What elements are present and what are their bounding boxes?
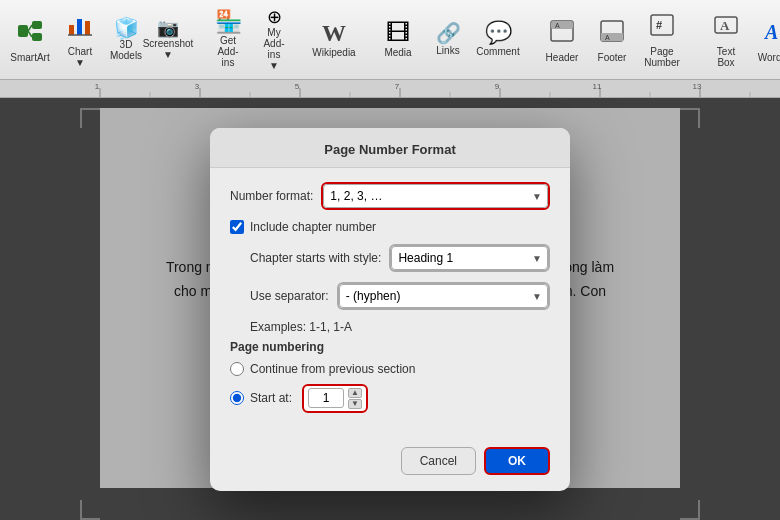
chart-icon bbox=[66, 11, 94, 44]
separator-row: Use separator: - (hyphen) . (period) : (… bbox=[230, 282, 550, 310]
ok-button[interactable]: OK bbox=[484, 447, 550, 475]
startat-decrement[interactable]: ▼ bbox=[348, 399, 362, 409]
links-label: Links bbox=[436, 45, 459, 56]
getaddins-label: Get Add-ins bbox=[214, 35, 242, 68]
svg-rect-1 bbox=[32, 21, 42, 29]
svg-rect-6 bbox=[77, 19, 82, 35]
footer-icon: A bbox=[598, 17, 626, 50]
wikipedia-icon: W bbox=[322, 21, 346, 45]
number-format-label: Number format: bbox=[230, 189, 313, 203]
chart-button[interactable]: Chart ▼ bbox=[58, 7, 102, 72]
links-button[interactable]: 🔗 Links bbox=[426, 19, 470, 60]
startat-radio[interactable] bbox=[230, 391, 244, 405]
startat-label: Start at: bbox=[250, 391, 292, 405]
page-numbering-section: Page numbering Continue from previous se… bbox=[230, 340, 550, 413]
header-label: Header bbox=[546, 52, 579, 63]
page-numbering-title: Page numbering bbox=[230, 340, 550, 354]
comment-label: Comment bbox=[476, 46, 519, 57]
svg-text:A: A bbox=[605, 34, 610, 41]
screenshot-label: Screenshot ▼ bbox=[143, 38, 194, 60]
modal-backdrop: Page Number Format Number format: 1, 2, … bbox=[0, 98, 780, 520]
comment-icon: 💬 bbox=[485, 22, 512, 44]
3d-icon: 🧊 bbox=[114, 18, 139, 38]
myaddins-label: My Add-ins ▼ bbox=[262, 27, 286, 71]
getaddins-icon: 🏪 bbox=[215, 11, 242, 33]
screenshot-button[interactable]: 📷 Screenshot ▼ bbox=[150, 16, 186, 63]
svg-text:A: A bbox=[720, 18, 730, 33]
svg-line-4 bbox=[28, 31, 32, 37]
number-format-select-wrapper: 1, 2, 3, … A, B, C, … a, b, c, … I, II, … bbox=[321, 182, 550, 210]
smartart-icon bbox=[16, 17, 44, 50]
footer-label: Footer bbox=[598, 52, 627, 63]
wordart-icon: A bbox=[762, 17, 780, 50]
chapter-style-row: Chapter starts with style: Heading 1 Hea… bbox=[230, 244, 550, 272]
smartart-label: SmartArt bbox=[10, 52, 49, 63]
startat-input-wrapper: ▲ ▼ bbox=[302, 384, 368, 413]
chapter-style-select[interactable]: Heading 1 Heading 2 Heading 3 bbox=[391, 246, 548, 270]
wordart-button[interactable]: A WordArt bbox=[754, 13, 780, 67]
include-chapter-label: Include chapter number bbox=[250, 220, 376, 234]
startat-radio-row: Start at: ▲ ▼ bbox=[230, 384, 550, 413]
separator-select[interactable]: - (hyphen) . (period) : (colon) bbox=[339, 284, 548, 308]
continue-label: Continue from previous section bbox=[250, 362, 415, 376]
svg-text:A: A bbox=[555, 22, 560, 29]
svg-text:9: 9 bbox=[495, 82, 500, 91]
smartart-button[interactable]: SmartArt bbox=[8, 13, 52, 67]
wikipedia-label: Wikipedia bbox=[312, 47, 355, 58]
svg-text:1: 1 bbox=[95, 82, 100, 91]
svg-text:A: A bbox=[763, 21, 778, 43]
screenshot-icon: 📷 bbox=[157, 19, 179, 37]
pagenumber-button[interactable]: # PageNumber bbox=[640, 7, 684, 72]
header-icon: A bbox=[548, 17, 576, 50]
dialog-footer: Cancel OK bbox=[210, 437, 570, 491]
separator-select-wrapper: - (hyphen) . (period) : (colon) ▼ bbox=[337, 282, 550, 310]
startat-increment[interactable]: ▲ bbox=[348, 388, 362, 398]
getaddins-button[interactable]: 🏪 Get Add-ins bbox=[206, 7, 250, 72]
media-button[interactable]: 🎞 Media bbox=[376, 17, 420, 62]
comment-button[interactable]: 💬 Comment bbox=[476, 18, 520, 61]
number-format-select[interactable]: 1, 2, 3, … A, B, C, … a, b, c, … I, II, … bbox=[323, 184, 548, 208]
chapter-style-label: Chapter starts with style: bbox=[250, 251, 381, 265]
textbox-icon: A bbox=[712, 11, 740, 44]
footer-button[interactable]: A Footer bbox=[590, 13, 634, 67]
pagenumber-label: PageNumber bbox=[644, 46, 680, 68]
myaddins-icon: ⊕ bbox=[267, 8, 282, 26]
ruler: 1 3 5 7 9 11 13 bbox=[0, 80, 780, 98]
dialog-pagenumber-format: Page Number Format Number format: 1, 2, … bbox=[210, 128, 570, 491]
pagenumber-icon: # bbox=[648, 11, 676, 44]
links-icon: 🔗 bbox=[436, 23, 461, 43]
number-format-row: Number format: 1, 2, 3, … A, B, C, … a, … bbox=[230, 182, 550, 210]
toolbar: SmartArt Chart ▼ 🧊 3DModels 📷 Screenshot… bbox=[0, 0, 780, 80]
media-icon: 🎞 bbox=[386, 21, 410, 45]
cancel-button[interactable]: Cancel bbox=[401, 447, 476, 475]
startat-spinner: ▲ ▼ bbox=[348, 388, 362, 409]
media-label: Media bbox=[384, 47, 411, 58]
chart-label: Chart ▼ bbox=[66, 46, 94, 68]
svg-text:3: 3 bbox=[195, 82, 200, 91]
include-chapter-row: Include chapter number bbox=[230, 220, 550, 234]
svg-text:7: 7 bbox=[395, 82, 400, 91]
svg-text:#: # bbox=[656, 19, 662, 31]
document-area: 1. Lý Trong những năm gần đây, xã hội ph… bbox=[0, 98, 780, 520]
svg-rect-5 bbox=[69, 25, 74, 35]
svg-rect-2 bbox=[32, 33, 42, 41]
startat-input[interactable] bbox=[308, 388, 344, 408]
examples-text: Examples: 1-1, 1-A bbox=[230, 320, 550, 334]
svg-rect-0 bbox=[18, 25, 28, 37]
svg-text:5: 5 bbox=[295, 82, 300, 91]
header-button[interactable]: A Header bbox=[540, 13, 584, 67]
3dmodels-button[interactable]: 🧊 3DModels bbox=[108, 15, 144, 64]
textbox-label: Text Box bbox=[712, 46, 740, 68]
svg-rect-20 bbox=[0, 80, 780, 98]
myaddins-button[interactable]: ⊕ My Add-ins ▼ bbox=[256, 5, 292, 74]
dialog-title: Page Number Format bbox=[210, 128, 570, 168]
include-chapter-checkbox[interactable] bbox=[230, 220, 244, 234]
svg-text:13: 13 bbox=[693, 82, 702, 91]
textbox-button[interactable]: A Text Box bbox=[704, 7, 748, 72]
3d-label: 3DModels bbox=[110, 39, 142, 61]
chapter-style-select-wrapper: Heading 1 Heading 2 Heading 3 ▼ bbox=[389, 244, 550, 272]
svg-line-3 bbox=[28, 25, 32, 31]
wordart-label: WordArt bbox=[758, 52, 780, 63]
continue-radio[interactable] bbox=[230, 362, 244, 376]
wikipedia-button[interactable]: W Wikipedia bbox=[312, 17, 356, 62]
